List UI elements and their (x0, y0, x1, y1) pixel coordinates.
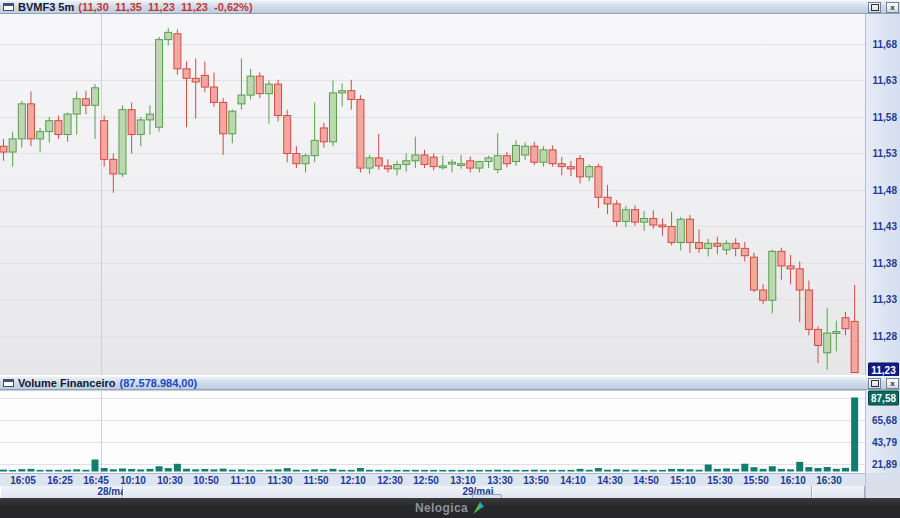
candle-body (9, 139, 16, 152)
volume-bar (421, 470, 428, 472)
volume-bar (815, 468, 822, 471)
candle-body (430, 157, 437, 166)
candle-body (137, 120, 144, 135)
candle-body (650, 218, 657, 225)
candle-body (73, 99, 80, 114)
volume-axis-label: 21,89 (872, 459, 897, 470)
candle-body (247, 76, 254, 95)
candle-body (119, 110, 126, 174)
close-button[interactable]: x (886, 378, 899, 389)
volume-bar (64, 470, 71, 472)
candlestick-chart[interactable] (0, 14, 865, 375)
volume-bar (796, 462, 803, 472)
volume-chart[interactable] (0, 390, 865, 473)
candle-body (622, 210, 629, 222)
candle-body (796, 269, 803, 290)
volume-bar (339, 470, 346, 472)
price-axis-label: 11,63 (873, 75, 897, 86)
candle-body (302, 156, 309, 164)
candle-body (815, 329, 822, 345)
volume-axis-label: 65,68 (872, 415, 897, 426)
volume-bar (760, 469, 767, 472)
volume-bar (833, 469, 840, 472)
candle-body (613, 204, 620, 222)
volume-bar (247, 470, 254, 472)
maximize-icon (871, 4, 879, 11)
candle-body (101, 121, 108, 160)
volume-bar (256, 470, 263, 472)
candle-body (732, 243, 739, 248)
brand-name: Nelogica (415, 501, 468, 515)
candle-body (82, 99, 89, 106)
candle-body (604, 197, 611, 204)
volume-bar (531, 470, 538, 472)
volume-bar (110, 469, 117, 471)
candle-body (210, 87, 217, 102)
close-button[interactable]: x (886, 2, 899, 13)
window-icon (3, 3, 14, 11)
volume-bar (137, 469, 144, 471)
main-chart-ohlc-values: (11,30 11,35 11,23 11,23 -0,62%) (78, 1, 252, 13)
volume-bar (494, 470, 501, 472)
footer-bar: Nelogica (0, 498, 900, 518)
volume-bar (329, 469, 336, 472)
candle-body (760, 290, 767, 300)
candle-body (696, 243, 703, 249)
candle-body (275, 84, 282, 115)
volume-bar (92, 460, 99, 472)
volume-pane-value: (87.578.984,00) (120, 377, 198, 389)
volume-bar (686, 469, 693, 471)
main-chart-titlebar[interactable]: BVMF3 5m (11,30 11,35 11,23 11,23 -0,62%… (0, 0, 900, 14)
candle-body (577, 159, 584, 177)
volume-bar (0, 470, 7, 472)
candle-body (201, 75, 208, 87)
main-chart-title: BVMF3 5m (18, 1, 74, 13)
volume-bar (357, 468, 364, 471)
trading-app-window: BVMF3 5m (11,30 11,35 11,23 11,23 -0,62%… (0, 0, 900, 518)
candle-body (750, 257, 757, 290)
volume-bar (705, 464, 712, 471)
volume-bar (210, 469, 217, 471)
volume-bar (485, 470, 492, 472)
price-axis[interactable]: 11,6811,6311,5811,5311,4811,4311,3811,33… (865, 14, 900, 375)
volume-bar (604, 470, 611, 472)
candle-body (55, 121, 62, 135)
candle-body (256, 76, 263, 94)
volume-bar (366, 470, 373, 472)
volume-bar (119, 468, 126, 471)
volume-bar (238, 469, 245, 471)
volume-bar (659, 470, 666, 472)
volume-bar (577, 469, 584, 472)
volume-bar (82, 470, 89, 472)
nelogica-logo-icon (471, 501, 485, 515)
volume-bar (641, 470, 648, 472)
candle-body (37, 132, 44, 139)
volume-bar (311, 469, 318, 471)
volume-axis[interactable]: 87,5865,6843,7921,89 (865, 390, 900, 473)
maximize-button[interactable] (868, 2, 881, 13)
volume-bar (46, 470, 53, 472)
candle-body (824, 333, 831, 353)
candle-body (476, 162, 483, 169)
volume-bar (824, 467, 831, 471)
volume-bar (275, 469, 282, 471)
volume-bar (439, 470, 446, 472)
candle-body (311, 140, 318, 155)
time-axis[interactable]: 16:0516:2516:4510:1010:3010:5011:1011:30… (0, 473, 865, 486)
price-axis-label: 11,53 (873, 148, 897, 159)
volume-bar (787, 469, 794, 471)
volume-pane-titlebar[interactable]: Volume Financeiro (87.578.984,00) x (0, 376, 900, 390)
candle-body (46, 121, 53, 132)
candle-body (439, 166, 446, 168)
maximize-button[interactable] (868, 378, 881, 389)
volume-bar (631, 470, 638, 472)
candle-body (0, 146, 7, 152)
volume-bar (394, 470, 401, 472)
candle-body (64, 114, 71, 134)
candle-body (531, 146, 538, 162)
volume-bar (430, 470, 437, 472)
candle-body (165, 32, 172, 39)
candle-body (421, 155, 428, 164)
volume-bar (201, 469, 208, 472)
volume-bar (778, 469, 785, 472)
